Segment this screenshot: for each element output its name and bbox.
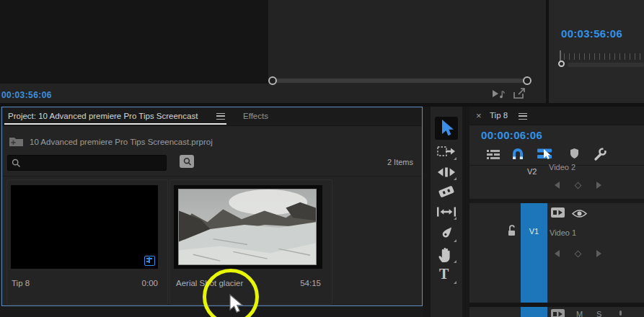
clip-duration: 0:00: [110, 279, 158, 287]
slip-tool-icon[interactable]: [437, 206, 456, 218]
project-file-row[interactable]: 10 Advanced premiere Pro Tips Screencast…: [2, 127, 422, 150]
timeline-timecode[interactable]: 00:00:06:06: [481, 129, 542, 141]
premiere-app-window: 00:03:56:06 00:03:56:06 Project: 10 Adva…: [0, 0, 644, 317]
solo-track-button[interactable]: S: [596, 310, 601, 317]
tab-timeline-tip8[interactable]: Tip 8: [490, 111, 508, 120]
prev-keyframe-icon[interactable]: [555, 182, 560, 189]
timeline-tab-bar: × Tip 8: [469, 107, 644, 125]
tool-flyout-mark: [454, 217, 456, 220]
track-id-v2[interactable]: V2: [527, 167, 537, 176]
clip-duration: 54:15: [276, 279, 321, 287]
nest-toggle-icon[interactable]: [487, 149, 500, 160]
panel-divider-vertical[interactable]: [462, 107, 469, 317]
add-marker-icon[interactable]: [570, 148, 579, 159]
panel-divider-vertical[interactable]: [423, 107, 431, 317]
time-ruler[interactable]: [564, 53, 644, 60]
tool-flyout-mark: [454, 281, 456, 284]
tab-project[interactable]: Project: 10 Advanced premiere Pro Tips S…: [8, 112, 198, 120]
search-icon: [12, 158, 21, 168]
tool-flyout-mark: [454, 177, 456, 180]
mini-timeline-panel: 00:03:56:06: [549, 0, 644, 103]
items-count: 2 Items: [348, 158, 413, 166]
track-lock-icon[interactable]: [507, 225, 516, 236]
mini-timeline-timecode: 00:03:56:06: [561, 27, 622, 40]
clip-thumbnail-tip8[interactable]: [11, 185, 158, 269]
monitor-zoom-scrollbar[interactable]: [273, 79, 527, 83]
scrollbar-left-handle[interactable]: [268, 76, 277, 85]
track-volume-fader[interactable]: [619, 311, 622, 316]
timeline-settings-wrench-icon[interactable]: [594, 148, 607, 161]
project-file-name: 10 Advanced premiere Pro Tips Screencast…: [30, 138, 213, 146]
search-bin-icon[interactable]: [180, 155, 194, 168]
panel-menu-icon[interactable]: [216, 113, 225, 120]
timeline-panel: × Tip 8 00:00:06:06: [469, 107, 644, 317]
mute-track-button[interactable]: M: [576, 310, 583, 317]
source-patch-a1[interactable]: [521, 307, 547, 317]
panel-menu-icon[interactable]: [519, 113, 527, 120]
ripple-edit-tool-icon[interactable]: [437, 166, 456, 178]
tools-panel: T: [431, 107, 462, 317]
track-divider[interactable]: [469, 303, 644, 307]
add-keyframe-icon[interactable]: [575, 182, 582, 189]
linked-selection-icon[interactable]: [537, 148, 552, 160]
track-divider[interactable]: [469, 199, 644, 203]
razor-tool-icon[interactable]: [437, 183, 456, 200]
track-label-video1[interactable]: Video 1: [550, 228, 576, 237]
mini-scrollbar[interactable]: [568, 63, 644, 67]
tab-effects[interactable]: Effects: [243, 112, 268, 120]
sync-lock-icon[interactable]: [551, 207, 565, 218]
tool-flyout-mark: [454, 260, 456, 263]
snap-magnet-icon[interactable]: [511, 148, 524, 160]
add-keyframe-icon[interactable]: [575, 251, 582, 258]
program-monitor-panel: 00:03:56:06: [0, 0, 546, 103]
source-patch-v1[interactable]: [521, 203, 547, 303]
export-frame-icon[interactable]: [513, 87, 526, 99]
glacier-image: [178, 189, 317, 265]
search-box[interactable]: [7, 155, 167, 171]
monitor-video-frame: [0, 0, 268, 84]
play-audio-icon[interactable]: [491, 88, 506, 99]
sequence-badge-icon: [144, 256, 155, 266]
clip-thumbnail-glacier[interactable]: [174, 185, 322, 269]
divider: [2, 176, 422, 177]
sync-lock-icon[interactable]: [551, 309, 565, 317]
clip-name[interactable]: Tip 8: [12, 279, 30, 287]
search-input[interactable]: [24, 156, 161, 169]
scrollbar-right-handle[interactable]: [523, 76, 531, 85]
selection-tool-icon[interactable]: [437, 119, 456, 138]
close-panel-icon[interactable]: ×: [476, 110, 482, 121]
mouse-cursor: [228, 294, 245, 314]
project-folder-icon: [9, 135, 24, 147]
active-tab-underline: [4, 123, 226, 125]
tool-flyout-mark: [454, 239, 456, 242]
track-output-eye-icon[interactable]: [572, 209, 587, 218]
prev-keyframe-icon[interactable]: [555, 250, 560, 257]
track-id-v1[interactable]: V1: [521, 227, 547, 236]
monitor-timecode: 00:03:56:06: [1, 90, 52, 100]
type-tool-icon[interactable]: T: [439, 266, 449, 282]
track-label-video2[interactable]: Video 2: [549, 163, 575, 171]
next-keyframe-icon[interactable]: [596, 182, 601, 189]
tool-flyout-mark: [454, 157, 456, 160]
next-keyframe-icon[interactable]: [596, 250, 601, 257]
playhead-handle[interactable]: [558, 61, 565, 67]
